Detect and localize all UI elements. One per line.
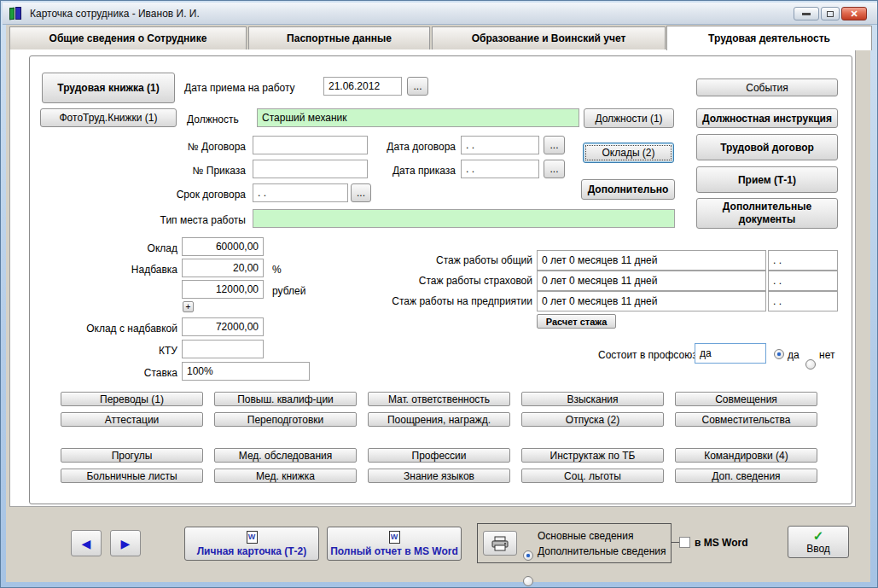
transfers-button[interactable]: Переводы (1) (61, 392, 203, 406)
enter-button[interactable]: ✓ Ввод (788, 526, 849, 558)
hiring-t1-button[interactable]: Прием (Т-1) (696, 166, 838, 193)
prev-arrow-icon: ◀ (82, 538, 91, 550)
position-label: Должность (187, 114, 239, 125)
labor-contract-button[interactable]: Трудовой договор (696, 134, 838, 160)
maximize-icon (827, 11, 834, 17)
positions-button[interactable]: Должности (1) (584, 108, 674, 128)
experience-insured-date-input[interactable]: . . (768, 271, 838, 291)
in-word-label: в MS Word (695, 537, 747, 549)
qualification-button[interactable]: Повыш. квалиф-ции (214, 392, 357, 406)
tab-general-info[interactable]: Общие сведения о Сотруднике (9, 26, 247, 49)
union-yes-label: да (788, 349, 800, 361)
contract-date-picker-button[interactable]: ... (544, 136, 565, 154)
experience-total-label: Стаж работы общий (368, 254, 532, 266)
social-benefits-button[interactable]: Соц. льготы (521, 469, 664, 483)
position-input[interactable]: Старший механик (257, 108, 579, 127)
next-record-button[interactable]: ▶ (110, 530, 141, 556)
contract-term-input[interactable]: . . (253, 183, 348, 202)
business-trips-button[interactable]: Командировки (4) (675, 448, 817, 463)
medical-exams-button[interactable]: Мед. обследования (214, 448, 357, 463)
work-book-button[interactable]: Трудовая книжка (1) (42, 73, 175, 103)
hire-date-input[interactable]: 21.06.2012 (323, 77, 402, 96)
order-date-input[interactable]: . . (461, 160, 539, 178)
close-icon: ✕ (850, 9, 858, 20)
personal-card-button[interactable]: W Личная карточка (Т-2) (184, 527, 319, 561)
app-books-icon (8, 6, 25, 21)
penalties-button[interactable]: Взыскания (521, 392, 664, 406)
print-button[interactable] (483, 531, 517, 556)
bonus-percent-unit: % (272, 264, 282, 276)
experience-total-date-input[interactable]: . . (768, 250, 838, 271)
bonus-rub-unit: рублей (272, 285, 305, 297)
tab-education-military[interactable]: Образование и Воинский учет (432, 26, 666, 49)
retraining-button[interactable]: Переподготовки (214, 412, 357, 427)
order-no-label: № Приказа (184, 165, 246, 177)
contract-no-input[interactable] (253, 136, 368, 154)
contract-date-input[interactable]: . . (461, 136, 539, 154)
maximize-button[interactable] (821, 7, 840, 20)
application-window: Карточка сотрудника - Иванов И. И. ✕ Общ… (0, 0, 878, 588)
prev-record-button[interactable]: ◀ (71, 530, 102, 556)
experience-company-date-input[interactable]: . . (768, 291, 838, 311)
minimize-button[interactable] (794, 7, 819, 20)
contract-term-label: Срок договора (172, 189, 246, 201)
minimize-icon (802, 13, 811, 15)
vacations-button[interactable]: Отпуска (2) (521, 412, 664, 427)
next-arrow-icon: ▶ (121, 538, 131, 550)
absences-button[interactable]: Прогулы (61, 448, 203, 463)
workplace-type-input[interactable] (253, 209, 675, 228)
full-report-button[interactable]: W Полный отчет в MS Word (327, 527, 462, 561)
attestations-button[interactable]: Аттестации (61, 412, 203, 427)
safety-briefing-button[interactable]: Инструктаж по ТБ (521, 448, 664, 463)
title-bar: Карточка сотрудника - Иванов И. И. (3, 3, 877, 25)
add-bonus-button[interactable]: + (183, 301, 194, 312)
word-doc-icon: W (247, 531, 258, 544)
in-word-checkbox[interactable] (679, 537, 690, 548)
sick-leaves-button[interactable]: Больничные листы (61, 469, 203, 483)
bonus-label: Надбавка (86, 264, 177, 276)
calc-experience-button[interactable]: Расчет стажа (537, 314, 616, 329)
salary-total-input[interactable]: 72000,00 (182, 317, 264, 336)
order-no-input[interactable] (253, 160, 368, 178)
material-responsibility-button[interactable]: Мат. ответственность (368, 392, 510, 406)
printer-icon (491, 536, 509, 551)
second-jobs-button[interactable]: Совместительства (675, 412, 817, 427)
contract-term-picker-button[interactable]: ... (351, 183, 371, 202)
additional-info-button[interactable]: Доп. сведения (675, 469, 817, 483)
rewards-button[interactable]: Поощрения, награжд. (368, 412, 510, 427)
union-label: Состоит в профсоюзе (598, 349, 702, 361)
rate-input[interactable]: 100% (182, 362, 310, 381)
additional-docs-button[interactable]: Дополнительные документы (696, 198, 838, 229)
job-instruction-button[interactable]: Должностная инструкция (696, 108, 838, 128)
salary-input[interactable]: 60000,00 (182, 237, 264, 256)
close-button[interactable]: ✕ (841, 7, 867, 20)
tab-passport-data[interactable]: Паспортные данные (248, 26, 430, 49)
hire-date-picker-button[interactable]: ... (407, 77, 428, 96)
experience-insured-input[interactable]: 0 лет 0 месяцев 11 дней (537, 271, 766, 291)
print-additional-radio[interactable] (523, 576, 533, 586)
union-yes-radio[interactable] (774, 349, 784, 359)
workplace-type-label: Тип места работы (137, 214, 246, 226)
languages-button[interactable]: Знание языков (368, 469, 510, 483)
bonus-rub-input[interactable]: 12000,00 (182, 280, 264, 299)
tab-work-activity[interactable]: Трудовая деятельность (666, 26, 872, 50)
medical-book-button[interactable]: Мед. книжка (214, 469, 357, 483)
professions-button[interactable]: Профессии (368, 448, 510, 463)
additional-button[interactable]: Дополнительно (581, 179, 675, 200)
contract-date-label: Дата договора (383, 141, 456, 153)
order-date-picker-button[interactable]: ... (544, 160, 565, 178)
union-no-radio[interactable] (805, 359, 816, 370)
combinations-button[interactable]: Совмещения (675, 392, 817, 406)
experience-company-input[interactable]: 0 лет 0 месяцев 11 дней (537, 291, 766, 311)
events-button[interactable]: События (696, 79, 838, 96)
rate-label: Ставка (86, 367, 177, 379)
hire-date-label: Дата приема на работу (184, 82, 295, 94)
bonus-percent-input[interactable]: 20,00 (182, 259, 264, 277)
salary-total-label: Оклад с надбавкой (78, 323, 177, 335)
ktu-input[interactable] (182, 340, 264, 358)
print-main-radio[interactable] (523, 550, 533, 561)
experience-total-input[interactable]: 0 лет 0 месяцев 11 дней (537, 250, 766, 271)
union-input[interactable]: да (695, 343, 766, 364)
photo-work-books-button[interactable]: ФотоТруд.Книжки (1) (40, 108, 177, 127)
salaries-button[interactable]: Оклады (2) (583, 143, 674, 163)
